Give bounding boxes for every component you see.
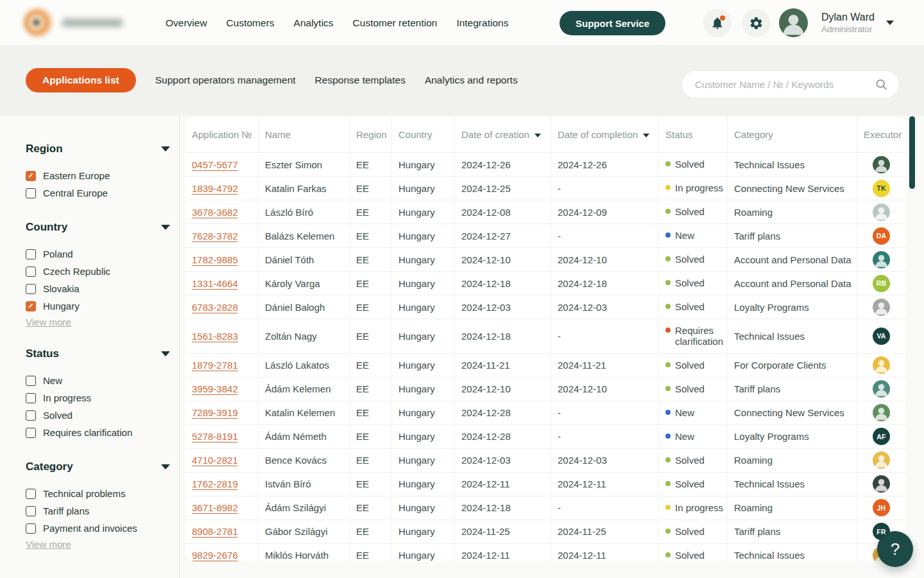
table-row[interactable]: 1839-4792Katalin FarkasEEHungary2024-12-… bbox=[185, 177, 905, 200]
filter-option-payment-and-invoices[interactable]: Payment and invoices bbox=[26, 520, 170, 537]
checkbox-poland[interactable] bbox=[26, 249, 36, 259]
checkbox-eastern-europe[interactable]: ✓ bbox=[26, 171, 36, 181]
app-number-link[interactable]: 1331-4664 bbox=[192, 278, 238, 289]
executor-avatar bbox=[873, 380, 890, 398]
checkbox-requires-clarification[interactable] bbox=[26, 428, 36, 438]
app-number-link[interactable]: 8908-2781 bbox=[192, 526, 238, 537]
search-input[interactable] bbox=[682, 71, 898, 98]
table-row[interactable]: 3959-3842Ádám KelemenEEHungary2024-12-10… bbox=[185, 378, 905, 401]
checkbox-central-europe[interactable] bbox=[26, 188, 36, 198]
filter-option-central-europe[interactable]: Central Europe bbox=[26, 184, 170, 202]
app-number-link[interactable]: 1762-2819 bbox=[192, 478, 238, 489]
sort-desc-icon[interactable] bbox=[535, 134, 541, 137]
brand-logo[interactable] bbox=[23, 8, 123, 37]
table-row[interactable]: 8908-2781Gábor SzilágyiEEHungary2024-11-… bbox=[185, 520, 905, 544]
app-number-link[interactable]: 3671-8982 bbox=[192, 502, 238, 513]
tab-support-operators-management[interactable]: Support operators management bbox=[155, 69, 296, 92]
cell-region: EE bbox=[350, 153, 392, 176]
cell-executor bbox=[857, 449, 905, 472]
search-icon[interactable] bbox=[875, 78, 888, 91]
checkbox-payment-and-invoices[interactable] bbox=[26, 523, 36, 534]
nav-item-customer-retention[interactable]: Customer retention bbox=[353, 17, 438, 29]
table-row[interactable]: 1331-4664Károly VargaEEHungary2024-12-18… bbox=[185, 272, 905, 295]
app-number-link[interactable]: 4710-2821 bbox=[192, 455, 238, 466]
table-row[interactable]: 1782-9885Dániel TóthEEHungary2024-12-102… bbox=[185, 248, 905, 272]
app-number-link[interactable]: 3959-3842 bbox=[192, 383, 238, 394]
app-number-link[interactable]: 6783-2828 bbox=[192, 302, 238, 313]
checkbox-technical-problems[interactable] bbox=[26, 489, 36, 499]
tab-response-templates[interactable]: Response templates bbox=[315, 69, 406, 92]
checkbox-in-progress[interactable] bbox=[26, 393, 36, 403]
filter-option-requires-clarification[interactable]: Requires clarification bbox=[26, 424, 170, 441]
checkbox-tariff-plans[interactable] bbox=[26, 506, 36, 516]
cell-application-no: 7289-3919 bbox=[185, 401, 259, 425]
app-number-link[interactable]: 7289-3919 bbox=[192, 407, 238, 418]
col-status: Status bbox=[659, 117, 728, 152]
view-more-link[interactable]: View more bbox=[26, 539, 71, 550]
filter-option-poland[interactable]: Poland bbox=[26, 245, 170, 263]
table-row[interactable]: 1561-8283Zoltán NagyEEHungary2024-12-18-… bbox=[185, 319, 905, 354]
table-row[interactable]: 0457-5677Eszter SimonEEHungary2024-12-26… bbox=[185, 153, 905, 177]
sort-desc-icon[interactable] bbox=[643, 134, 649, 137]
settings-button[interactable] bbox=[742, 9, 770, 37]
app-number-link[interactable]: 1782-9885 bbox=[192, 254, 238, 265]
nav-item-customers[interactable]: Customers bbox=[227, 17, 275, 29]
cell-name: Dániel Tóth bbox=[259, 248, 350, 271]
filter-option-technical-problems[interactable]: Technical problems bbox=[26, 485, 170, 502]
table-row[interactable]: 1879-2781László LakatosEEHungary2024-11-… bbox=[185, 354, 905, 378]
help-button[interactable]: ? bbox=[877, 531, 913, 567]
app-number-link[interactable]: 7628-3782 bbox=[192, 231, 238, 241]
filter-option-tariff-plans[interactable]: Tariff plans bbox=[26, 502, 170, 520]
notifications-button[interactable] bbox=[703, 9, 732, 37]
filter-option-czech-republic[interactable]: Czech Republic bbox=[26, 263, 170, 280]
table-row[interactable]: 3678-3682László BíróEEHungary2024-12-082… bbox=[185, 200, 905, 224]
filter-option-eastern-europe[interactable]: ✓Eastern Europe bbox=[26, 167, 170, 184]
chevron-down-icon[interactable] bbox=[161, 351, 170, 356]
status-label: New bbox=[675, 407, 694, 418]
checkbox-solved[interactable] bbox=[26, 410, 36, 421]
table-row[interactable]: 9829-2676Miklós HorváthEEHungary2024-12-… bbox=[185, 544, 905, 562]
nav-item-integrations[interactable]: Integrations bbox=[456, 17, 508, 29]
filter-option-hungary[interactable]: ✓Hungary bbox=[26, 297, 170, 315]
table-scrollbar[interactable] bbox=[909, 116, 915, 189]
support-service-button[interactable]: Support Service bbox=[560, 11, 665, 35]
filter-option-in-progress[interactable]: In progress bbox=[26, 389, 170, 407]
app-number-link[interactable]: 1879-2781 bbox=[192, 360, 238, 371]
table-row[interactable]: 1762-2819István BíróEEHungary2024-12-112… bbox=[185, 473, 905, 496]
checkbox-czech-republic[interactable] bbox=[26, 267, 36, 277]
status-badge: Solved bbox=[665, 248, 707, 270]
app-number-link[interactable]: 1561-8283 bbox=[192, 331, 238, 342]
chevron-down-icon[interactable] bbox=[886, 21, 894, 25]
checkbox-hungary[interactable]: ✓ bbox=[26, 301, 36, 311]
nav-item-analytics[interactable]: Analytics bbox=[294, 17, 334, 29]
filter-option-solved[interactable]: Solved bbox=[26, 407, 170, 424]
table-row[interactable]: 7628-3782Balázs KelemenEEHungary2024-12-… bbox=[185, 224, 905, 248]
table-row[interactable]: 5278-8191Ádám NémethEEHungary2024-12-28-… bbox=[185, 425, 905, 449]
table-row[interactable]: 3671-8982Ádám SzilágyiEEHungary2024-12-1… bbox=[185, 496, 905, 520]
app-number-link[interactable]: 9829-2676 bbox=[192, 550, 238, 561]
view-more-link[interactable]: View more bbox=[26, 317, 71, 328]
app-number-link[interactable]: 1839-4792 bbox=[192, 183, 238, 194]
chevron-down-icon[interactable] bbox=[161, 146, 170, 152]
checkbox-new[interactable] bbox=[26, 376, 36, 386]
tab-applications-list[interactable]: Applications list bbox=[26, 68, 136, 92]
table-row[interactable]: 4710-2821Bence KovácsEEHungary2024-12-03… bbox=[185, 449, 905, 473]
tab-analytics-and-reports[interactable]: Analytics and reports bbox=[425, 69, 518, 92]
filter-option-slovakia[interactable]: Slovakia bbox=[26, 280, 170, 297]
cell-executor bbox=[857, 248, 905, 271]
user-menu[interactable]: Dylan Ward Administrator bbox=[821, 12, 875, 34]
filter-option-new[interactable]: New bbox=[26, 372, 170, 389]
col-date-of-completion[interactable]: Date of completion bbox=[551, 117, 659, 152]
checkbox-slovakia[interactable] bbox=[26, 284, 36, 294]
app-number-link[interactable]: 3678-3682 bbox=[192, 207, 238, 218]
table-row[interactable]: 6783-2828Dániel BaloghEEHungary2024-12-0… bbox=[185, 295, 905, 319]
app-number-link[interactable]: 0457-5677 bbox=[192, 159, 238, 170]
content-area: Region✓Eastern EuropeCentral EuropeCount… bbox=[0, 116, 924, 578]
chevron-down-icon[interactable] bbox=[161, 225, 170, 230]
col-date-of-creation[interactable]: Date of creation bbox=[455, 117, 551, 152]
table-row[interactable]: 7289-3919Katalin KelemenEEHungary2024-12… bbox=[185, 401, 905, 425]
app-number-link[interactable]: 5278-8191 bbox=[192, 431, 238, 442]
nav-item-overview[interactable]: Overview bbox=[166, 17, 207, 29]
chevron-down-icon[interactable] bbox=[161, 464, 170, 469]
user-avatar[interactable] bbox=[779, 8, 808, 37]
